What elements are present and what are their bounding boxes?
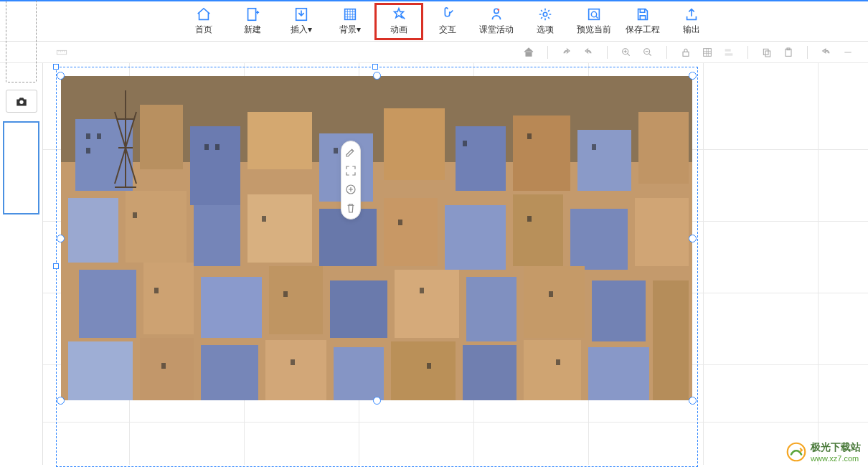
toolbar-label: 新建 (244, 24, 261, 36)
svg-rect-69 (592, 144, 596, 150)
interact-icon (440, 6, 456, 22)
ruler-icon[interactable] (56, 47, 67, 58)
grid-icon[interactable] (702, 47, 713, 58)
svg-rect-45 (269, 266, 323, 334)
svg-rect-16 (765, 51, 770, 57)
outer-handle[interactable] (372, 64, 378, 70)
align-icon[interactable] (723, 47, 735, 58)
svg-rect-30 (577, 130, 631, 191)
svg-rect-58 (524, 340, 581, 400)
svg-rect-80 (427, 363, 431, 369)
toolbar-preview[interactable]: 预览当前 (570, 3, 618, 40)
resize-handle-nw[interactable] (57, 72, 65, 80)
lock-icon[interactable] (680, 47, 692, 58)
paste-icon[interactable] (783, 47, 794, 58)
toolbar-new[interactable]: 新建 (228, 3, 277, 40)
svg-rect-66 (334, 148, 338, 154)
minus-icon[interactable] (842, 47, 854, 58)
svg-rect-56 (391, 341, 456, 400)
selected-thumbnail[interactable] (3, 121, 39, 214)
svg-rect-51 (68, 341, 133, 400)
resize-handle-s[interactable] (373, 397, 381, 405)
zoom-plus-icon[interactable] (344, 183, 357, 196)
toolbar-save[interactable]: 保存工程 (618, 3, 667, 40)
svg-rect-54 (265, 340, 326, 400)
toolbar-background[interactable]: 背景▾ (326, 3, 374, 40)
export-icon (684, 6, 699, 22)
cityscape-image (61, 76, 692, 400)
svg-rect-53 (201, 345, 258, 400)
new-icon (245, 6, 260, 22)
toolbar-classroom[interactable]: 课堂活动 (472, 3, 521, 40)
svg-point-5 (543, 12, 547, 16)
toolbar-export[interactable]: 输出 (667, 3, 716, 40)
svg-rect-27 (384, 108, 445, 180)
svg-rect-74 (154, 288, 159, 293)
svg-rect-55 (334, 347, 384, 400)
nav-home-icon[interactable] (523, 47, 534, 58)
svg-rect-34 (194, 205, 240, 266)
resize-handle-se[interactable] (689, 397, 697, 405)
svg-rect-40 (570, 209, 628, 270)
copy-icon[interactable] (761, 47, 773, 58)
undo-icon[interactable] (582, 47, 594, 58)
zoom-out-icon[interactable] (642, 47, 654, 58)
edit-icon[interactable] (344, 146, 357, 159)
chevron-down-icon: ▾ (308, 24, 312, 34)
classroom-icon (489, 6, 504, 22)
thumbnail-placeholder[interactable] (6, 0, 37, 82)
svg-rect-62 (97, 133, 101, 139)
resize-handle-sw[interactable] (57, 397, 65, 405)
outer-handle[interactable] (53, 263, 59, 269)
toolbar-label: 预览当前 (577, 24, 611, 36)
zoom-in-icon[interactable] (621, 47, 632, 58)
svg-rect-48 (466, 277, 516, 341)
svg-rect-79 (291, 359, 295, 365)
svg-rect-50 (592, 280, 646, 341)
svg-point-19 (19, 100, 23, 103)
svg-rect-76 (420, 288, 424, 293)
svg-rect-65 (215, 144, 220, 150)
resize-handle-n[interactable] (373, 72, 381, 80)
svg-rect-25 (247, 112, 312, 169)
svg-rect-71 (262, 216, 266, 222)
svg-rect-43 (143, 263, 194, 334)
watermark-title: 极光下载站 (811, 441, 861, 454)
gridline (818, 63, 819, 465)
toolbar-home[interactable]: 首页 (179, 3, 228, 40)
redo-icon[interactable] (561, 47, 572, 58)
svg-rect-60 (653, 280, 689, 400)
canvas[interactable] (43, 63, 868, 465)
toolbar-options[interactable]: 选项 (521, 3, 570, 40)
svg-rect-52 (140, 338, 194, 400)
main-toolbar: 首页 新建 插入▾ 背景▾ 动画 交互 课堂活动 选项 预览当前 保存工程 输出 (0, 1, 868, 42)
outer-handle[interactable] (53, 64, 59, 70)
camera-button[interactable] (6, 90, 37, 113)
secondary-toolbar (0, 42, 868, 63)
svg-rect-35 (247, 194, 312, 263)
delete-icon[interactable] (344, 202, 357, 214)
fullscreen-icon[interactable] (344, 164, 357, 177)
svg-rect-37 (384, 198, 438, 266)
resize-handle-ne[interactable] (689, 72, 697, 80)
svg-rect-77 (549, 291, 553, 297)
resize-handle-e[interactable] (689, 235, 697, 242)
canvas-image[interactable] (61, 76, 692, 400)
svg-rect-29 (513, 115, 570, 191)
home-icon (196, 6, 212, 22)
svg-rect-0 (248, 9, 256, 21)
svg-rect-13 (725, 49, 731, 51)
svg-rect-33 (126, 191, 187, 263)
toolbar-label: 背景▾ (339, 24, 361, 36)
toolbar-interact[interactable]: 交互 (423, 3, 472, 40)
svg-rect-12 (704, 48, 712, 56)
resize-handle-w[interactable] (57, 235, 65, 242)
toolbar-insert[interactable]: 插入▾ (277, 3, 326, 40)
divider (747, 46, 748, 59)
toolbar-animation[interactable]: 动画 (374, 3, 423, 40)
back-icon[interactable] (821, 47, 832, 58)
toolbar-label: 动画 (390, 24, 407, 36)
background-icon (342, 6, 358, 22)
divider (547, 46, 548, 59)
svg-rect-32 (68, 198, 118, 263)
